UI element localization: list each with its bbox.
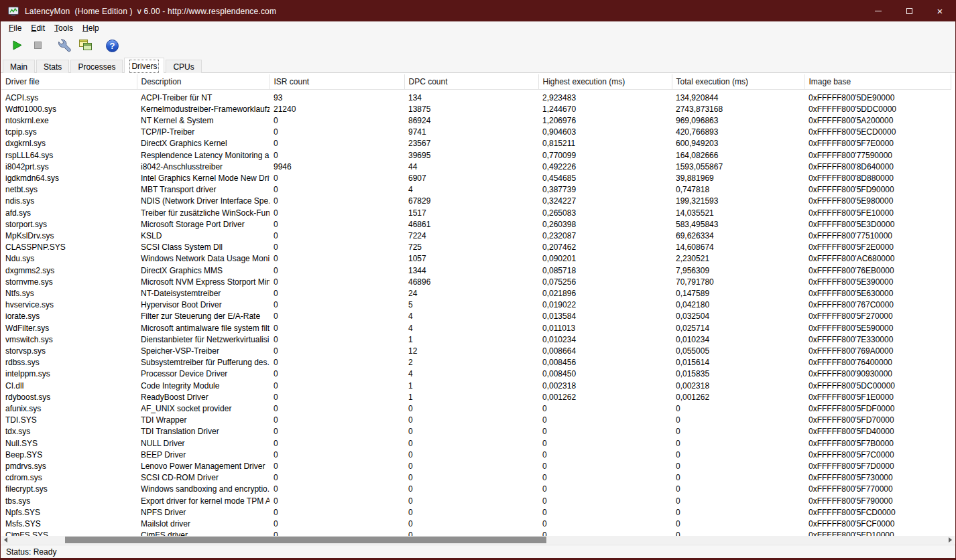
table-row[interactable]: i8042prt.sysi8042-Anschlusstreiber994644… [1,161,951,173]
table-row[interactable]: WdFilter.sysMicrosoft antimalware file s… [1,323,951,334]
table-cell: 0 [270,518,404,530]
column-header[interactable]: Total execution (ms) [672,74,804,89]
table-row[interactable]: storport.sysMicrosoft Storage Port Drive… [1,219,951,230]
scrollbar-thumb[interactable] [65,537,546,543]
help-button[interactable]: ? [102,37,123,56]
table-row[interactable]: stornvme.sysMicrosoft NVM Express Storpo… [1,277,951,288]
column-header[interactable]: Driver file [1,74,137,89]
table-cell: 0,055005 [672,346,804,357]
table-row[interactable]: filecrypt.sysWindows sandboxing and encr… [1,484,951,495]
column-header[interactable]: Highest execution (ms) [538,74,672,89]
table-row[interactable]: pmdrvs.sysLenovo Power Management Driver… [1,461,951,472]
table-row[interactable]: Wdf01000.sysKernelmodustreiber-Framework… [1,104,951,115]
table-row[interactable]: rspLLL64.sysResplendence Latency Monitor… [1,150,951,161]
table-row[interactable]: cdrom.sysSCSI CD-ROM Driver00000xFFFFF80… [1,472,951,484]
table-cell: NT Kernel & System [137,115,270,127]
table-cell: 0 [404,438,538,449]
table-cell: 0xFFFFF800'5E630000 [804,288,951,299]
table-cell: 0 [404,507,538,518]
processes-window-button[interactable] [75,37,96,56]
table-cell: Microsoft NVM Express Storport Mini... [137,277,270,288]
menu-file[interactable]: File [4,22,26,34]
toolbar: ? [1,35,955,57]
close-button[interactable]: × [924,1,955,21]
table-cell: 0,001262 [538,392,672,403]
table-cell: 0,008456 [538,357,672,368]
table-cell: Subsystemtreiber für Pufferung des... [137,357,270,368]
table-cell: 39695 [404,150,538,161]
table-cell: 0 [538,426,672,437]
menu-help[interactable]: Help [78,22,104,34]
table-cell: 1344 [404,265,538,277]
start-monitoring-button[interactable] [7,37,27,56]
table-cell: Npfs.SYS [1,507,137,518]
table-row[interactable]: ACPI.sysACPI-Treiber für NT931342,923483… [1,89,951,104]
column-header[interactable]: Description [137,74,270,89]
table-cell: 0,324227 [538,196,672,207]
table-cell: 2,230521 [672,253,804,265]
horizontal-scrollbar[interactable] [1,536,955,544]
menu-tools[interactable]: Tools [50,22,78,34]
table-row[interactable]: CI.dllCode Integrity Module010,0023180,0… [1,380,951,392]
table-row[interactable]: Npfs.SYSNPFS Driver00000xFFFFF800'5FCD00… [1,507,951,518]
table-cell: pmdrvs.sys [1,461,137,472]
title-bar[interactable]: LatencyMon (Home Edition ) v 6.00 - http… [1,1,955,21]
table-cell: 600,949203 [672,138,804,149]
table-row[interactable]: afd.sysTreiber für zusätzliche WinSock-F… [1,208,951,219]
maximize-button[interactable] [894,1,924,21]
table-row[interactable]: afunix.sysAF_UNIX socket provider00000xF… [1,403,951,415]
table-row[interactable]: rdyboost.sysReadyBoost Driver010,0012620… [1,392,951,403]
table-row[interactable]: netbt.sysMBT Transport driver040,3877390… [1,184,951,196]
column-header[interactable]: DPC count [404,74,538,89]
table-row[interactable]: tdx.sysTDI Translation Driver00000xFFFFF… [1,426,951,437]
drivers-listview[interactable]: Driver fileDescriptionISR countDPC count… [1,74,955,536]
minimize-button[interactable] [863,1,894,21]
table-row[interactable]: TDI.SYSTDI Wrapper00000xFFFFF800'5FD7000… [1,415,951,426]
tab-main[interactable]: Main [3,60,35,73]
tools-options-button[interactable] [54,37,75,56]
table-row[interactable]: tcpip.sysTCP/IP-Treiber097410,904603420,… [1,127,951,138]
menu-edit[interactable]: Edit [26,22,50,34]
table-row[interactable]: dxgkrnl.sysDirectX Graphics Kernel023567… [1,138,951,149]
tab-cpus[interactable]: CPUs [166,60,201,73]
table-row[interactable]: ntoskrnl.exeNT Kernel & System0869241,20… [1,115,951,127]
scroll-left-arrow-icon[interactable] [1,536,10,544]
table-row[interactable]: Beep.SYSBEEP Driver00000xFFFFF800'5F7C00… [1,449,951,461]
table-row[interactable]: storvsp.sysSpeicher-VSP-Treiber0120,0086… [1,346,951,357]
table-cell: 2 [404,357,538,368]
tab-drivers[interactable]: Drivers [124,58,164,73]
table-row[interactable]: Ndu.sysWindows Network Data Usage Monit.… [1,253,951,265]
column-header[interactable]: Image base [804,74,951,89]
scroll-right-arrow-icon[interactable] [946,536,955,544]
table-row[interactable]: vmswitch.sysDienstanbieter für Netzwerkv… [1,334,951,346]
table-row[interactable]: CimFS.SYSCimFS driver00000xFFFFF800'5FD1… [1,530,951,536]
table-row[interactable]: tbs.sysExport driver for kernel mode TPM… [1,496,951,507]
table-cell: Hypervisor Boot Driver [137,299,270,311]
table-cell: 0xFFFFF800'5FCF0000 [804,518,951,530]
table-row[interactable]: igdkmdn64.sysIntel Graphics Kernel Mode … [1,173,951,184]
table-row[interactable]: iorate.sysFilter zur Steuerung der E/A-R… [1,311,951,322]
table-cell: 0xFFFFF800'77590000 [804,150,951,161]
table-cell: 0,015835 [672,368,804,380]
table-cell: 0xFFFFF800'76400000 [804,357,951,368]
table-row[interactable]: CLASSPNP.SYSSCSI Class System Dll07250,2… [1,242,951,253]
table-cell: i8042-Anschlusstreiber [137,161,270,173]
table-row[interactable]: dxgmms2.sysDirectX Graphics MMS013440,08… [1,265,951,277]
tab-processes[interactable]: Processes [70,60,123,73]
table-cell: Intel Graphics Kernel Mode New Driver [137,173,270,184]
tab-stats[interactable]: Stats [36,60,69,73]
stop-monitoring-button[interactable] [27,37,48,56]
table-row[interactable]: MpKslDrv.sysKSLD072240,23208769,6263340x… [1,230,951,242]
table-row[interactable]: Ntfs.sysNT-Dateisystemtreiber0240,021896… [1,288,951,299]
table-cell: 0 [270,415,404,426]
table-row[interactable]: hvservice.sysHypervisor Boot Driver050,0… [1,299,951,311]
table-row[interactable]: Null.SYSNULL Driver00000xFFFFF800'5F7B00… [1,438,951,449]
table-cell: 0xFFFFF800'5F7B0000 [804,438,951,449]
column-header[interactable]: ISR count [270,74,404,89]
table-row[interactable]: ndis.sysNDIS (Network Driver Interface S… [1,196,951,207]
table-row[interactable]: intelppm.sysProcessor Device Driver040,0… [1,368,951,380]
table-cell: Beep.SYS [1,449,137,461]
table-row[interactable]: Msfs.SYSMailslot driver00000xFFFFF800'5F… [1,518,951,530]
table-row[interactable]: rdbss.sysSubsystemtreiber für Pufferung … [1,357,951,368]
tab-label: Stats [44,62,62,72]
